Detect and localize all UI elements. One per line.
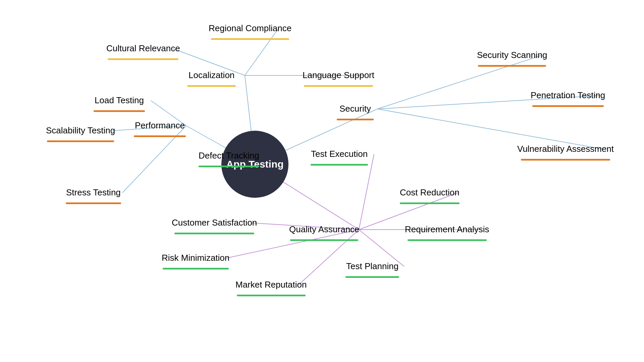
node-localization: Localization bbox=[181, 65, 242, 87]
node-box-penetration: Penetration Testing bbox=[523, 85, 612, 105]
node-vulnerability: Vulnerability Assessment bbox=[510, 139, 621, 161]
node-underline-test_planning bbox=[345, 276, 399, 278]
node-security: Security bbox=[332, 99, 378, 120]
node-underline-stress bbox=[66, 202, 121, 204]
node-underline-security bbox=[337, 119, 374, 120]
node-risk: Risk Minimization bbox=[154, 248, 237, 269]
node-box-customer: Customer Satisfaction bbox=[164, 213, 264, 233]
node-regional: Regional Compliance bbox=[201, 18, 299, 40]
node-box-load: Load Testing bbox=[87, 90, 151, 110]
node-box-regional: Regional Compliance bbox=[201, 18, 299, 38]
node-box-cultural: Cultural Relevance bbox=[99, 39, 187, 58]
node-box-test_planning: Test Planning bbox=[339, 256, 406, 276]
node-underline-cost bbox=[400, 202, 459, 204]
node-box-scalability: Scalability Testing bbox=[39, 121, 122, 140]
node-underline-performance bbox=[134, 135, 185, 137]
node-underline-quality bbox=[290, 239, 358, 241]
node-test_planning: Test Planning bbox=[339, 256, 406, 278]
node-box-cost: Cost Reduction bbox=[392, 183, 467, 202]
node-underline-customer bbox=[174, 233, 255, 234]
node-box-market: Market Reputation bbox=[228, 275, 314, 295]
node-cost: Cost Reduction bbox=[392, 183, 467, 204]
node-quality: Quality Assurance bbox=[282, 220, 367, 241]
node-box-security: Security bbox=[332, 99, 378, 119]
node-underline-scalability bbox=[47, 140, 114, 142]
node-language: Language Support bbox=[295, 65, 382, 87]
node-penetration: Penetration Testing bbox=[523, 85, 612, 107]
node-underline-language bbox=[304, 85, 373, 87]
node-customer: Customer Satisfaction bbox=[164, 213, 264, 234]
node-test_execution: Test Execution bbox=[304, 144, 375, 166]
node-underline-market bbox=[237, 295, 306, 296]
node-box-stress: Stress Testing bbox=[59, 183, 128, 202]
mind-map: App TestingLocalizationRegional Complian… bbox=[0, 0, 644, 362]
node-box-localization: Localization bbox=[181, 65, 242, 85]
node-scalability: Scalability Testing bbox=[39, 121, 122, 142]
node-box-vulnerability: Vulnerability Assessment bbox=[510, 139, 621, 159]
node-market: Market Reputation bbox=[228, 275, 314, 296]
node-underline-defect bbox=[199, 166, 259, 167]
node-box-quality: Quality Assurance bbox=[282, 220, 367, 239]
node-box-defect: Defect Tracking bbox=[191, 146, 267, 166]
node-stress: Stress Testing bbox=[59, 183, 128, 204]
node-underline-load bbox=[94, 110, 145, 112]
node-performance: Performance bbox=[127, 116, 192, 137]
node-underline-regional bbox=[211, 38, 289, 40]
node-underline-security_scanning bbox=[478, 65, 546, 67]
node-defect: Defect Tracking bbox=[191, 146, 267, 167]
node-box-test_execution: Test Execution bbox=[304, 144, 375, 164]
node-underline-localization bbox=[187, 85, 236, 87]
node-cultural: Cultural Relevance bbox=[99, 39, 187, 60]
node-box-language: Language Support bbox=[295, 65, 382, 85]
node-underline-test_execution bbox=[311, 164, 368, 166]
node-box-requirement: Requirement Analysis bbox=[397, 220, 496, 239]
node-underline-vulnerability bbox=[521, 159, 610, 161]
node-box-risk: Risk Minimization bbox=[154, 248, 237, 268]
node-requirement: Requirement Analysis bbox=[397, 220, 496, 241]
node-security_scanning: Security Scanning bbox=[470, 45, 555, 67]
node-underline-requirement bbox=[408, 239, 487, 241]
node-underline-cultural bbox=[108, 58, 178, 60]
node-box-security_scanning: Security Scanning bbox=[470, 45, 555, 65]
node-underline-penetration bbox=[532, 105, 604, 107]
node-box-performance: Performance bbox=[127, 116, 192, 135]
node-underline-risk bbox=[163, 268, 229, 269]
node-load: Load Testing bbox=[87, 90, 151, 112]
